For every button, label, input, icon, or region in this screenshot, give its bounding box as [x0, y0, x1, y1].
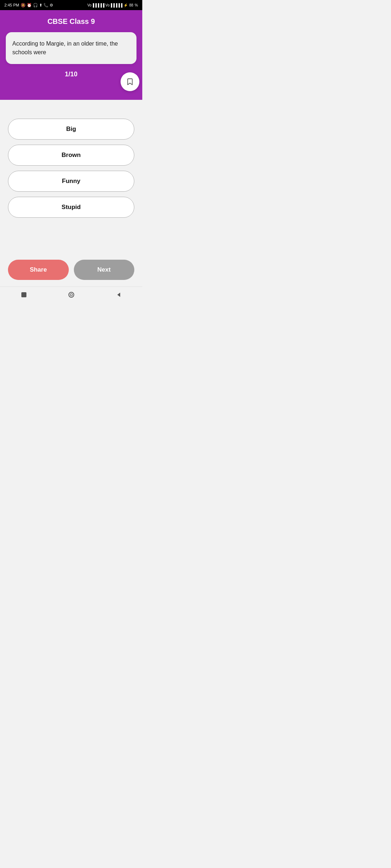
option-button-a[interactable]: Big [8, 119, 134, 140]
option-label-a: Big [66, 125, 76, 132]
option-label-c: Funny [62, 178, 80, 184]
next-button[interactable]: Next [74, 260, 135, 280]
bookmark-button[interactable] [121, 72, 139, 91]
next-label: Next [97, 266, 111, 273]
share-button[interactable]: Share [8, 260, 69, 280]
nav-square-icon [20, 291, 28, 298]
bookmark-icon [126, 78, 134, 86]
progress-row: 1/10 [6, 71, 136, 78]
status-icons: 🔕 ⏰ 🎧 ⬆ 📞 ⚙ [21, 3, 53, 8]
nav-back-button[interactable] [112, 288, 125, 301]
question-text: According to Margie, in an older time, t… [12, 41, 118, 55]
svg-point-2 [70, 294, 72, 296]
option-button-d[interactable]: Stupid [8, 197, 134, 218]
svg-rect-0 [21, 292, 26, 297]
content-spacer [0, 225, 142, 254]
system-nav-bar [0, 286, 142, 304]
battery-level: 88 [129, 3, 133, 7]
status-bar: 2:45 PM 🔕 ⏰ 🎧 ⬆ 📞 ⚙ Vo▐▐▐▐▐ Vo▐▐▐▐▐ ⚡ 88… [0, 0, 142, 10]
bottom-action-bar: Share Next [0, 254, 142, 286]
nav-home-button[interactable] [65, 288, 78, 301]
option-label-b: Brown [62, 152, 81, 158]
status-time: 2:45 PM [4, 3, 19, 7]
page-title: CBSE Class 9 [47, 17, 95, 26]
nav-square-button[interactable] [17, 288, 30, 301]
nav-back-icon [115, 291, 122, 298]
svg-marker-3 [117, 293, 120, 297]
option-label-d: Stupid [62, 204, 81, 210]
signal-icons: Vo▐▐▐▐▐ Vo▐▐▐▐▐ ⚡ [87, 3, 128, 7]
options-container: Big Brown Funny Stupid [0, 100, 142, 225]
nav-circle-icon [68, 291, 75, 298]
share-label: Share [30, 266, 47, 273]
question-card: According to Margie, in an older time, t… [6, 32, 136, 64]
svg-point-1 [69, 292, 74, 297]
option-button-c[interactable]: Funny [8, 171, 134, 192]
progress-indicator: 1/10 [65, 71, 77, 78]
status-right: Vo▐▐▐▐▐ Vo▐▐▐▐▐ ⚡ 88 % [87, 3, 138, 7]
status-left: 2:45 PM 🔕 ⏰ 🎧 ⬆ 📞 ⚙ [4, 3, 53, 8]
option-button-b[interactable]: Brown [8, 145, 134, 166]
quiz-header: CBSE Class 9 According to Margie, in an … [0, 10, 142, 100]
battery-pct-sign: % [135, 3, 138, 7]
